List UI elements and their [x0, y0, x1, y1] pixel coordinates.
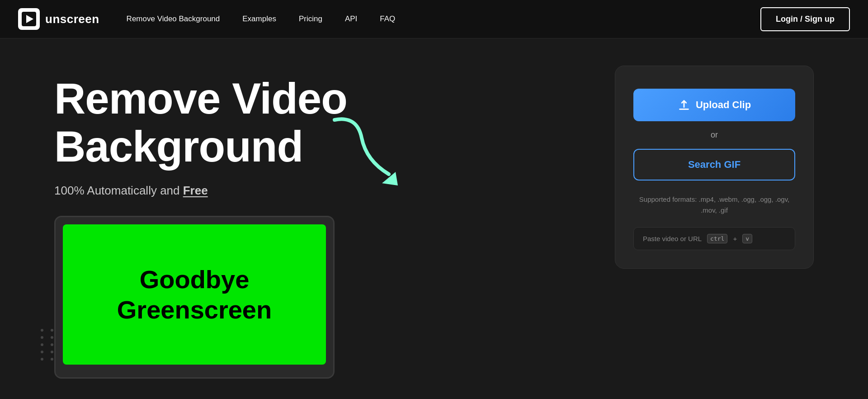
hero-title-line1: Remove Video: [54, 74, 347, 123]
arrow-decoration: [316, 111, 407, 201]
or-text: or: [711, 130, 718, 140]
search-gif-button[interactable]: Search GIF: [633, 149, 795, 180]
nav-link-examples[interactable]: Examples: [242, 14, 276, 24]
laptop-frame: Goodbye Greenscreen: [54, 216, 335, 379]
logo-icon: [18, 8, 40, 30]
green-screen-line2: Greenscreen: [117, 295, 272, 324]
nav-link-remove-video-bg[interactable]: Remove Video Background: [127, 14, 220, 24]
hero-title-line2: Background: [54, 122, 303, 171]
ctrl-key: ctrl: [707, 234, 727, 243]
paste-label: Paste video or URL: [643, 235, 702, 242]
upload-btn-label: Upload Clip: [696, 99, 751, 111]
preview-container: Goodbye Greenscreen: [54, 216, 335, 379]
upload-icon: [678, 99, 690, 111]
v-key: v: [742, 234, 752, 243]
navbar: unscreen Remove Video Background Example…: [0, 0, 868, 38]
paste-video-row[interactable]: Paste video or URL ctrl + v: [633, 227, 795, 250]
green-screen-text: Goodbye Greenscreen: [117, 264, 272, 325]
plus-sign: +: [733, 235, 737, 242]
nav-link-api[interactable]: API: [345, 14, 357, 24]
logo-area[interactable]: unscreen: [18, 8, 99, 30]
green-screen: Goodbye Greenscreen: [63, 224, 326, 365]
laptop-base: [56, 365, 333, 374]
upload-card: Upload Clip or Search GIF Supported form…: [615, 66, 814, 269]
subtitle-free: Free: [183, 184, 208, 197]
subtitle-text: 100% Automatically and: [54, 184, 183, 197]
nav-link-faq[interactable]: FAQ: [380, 14, 395, 24]
upload-clip-button[interactable]: Upload Clip: [633, 89, 795, 121]
logo-text: unscreen: [45, 12, 99, 26]
supported-formats: Supported formats: .mp4, .webm, .ogg, .o…: [639, 194, 789, 216]
supported-formats-line2: .mov, .gif: [701, 206, 728, 214]
green-screen-line1: Goodbye: [140, 265, 250, 294]
nav-link-pricing[interactable]: Pricing: [299, 14, 322, 24]
nav-links: Remove Video Background Examples Pricing…: [127, 14, 760, 24]
login-signup-button[interactable]: Login / Sign up: [760, 7, 850, 31]
supported-formats-line1: Supported formats: .mp4, .webm, .ogg, .o…: [639, 195, 789, 203]
main-content: Remove Video Background 100% Automatical…: [0, 38, 868, 399]
right-section: Upload Clip or Search GIF Supported form…: [615, 66, 814, 269]
